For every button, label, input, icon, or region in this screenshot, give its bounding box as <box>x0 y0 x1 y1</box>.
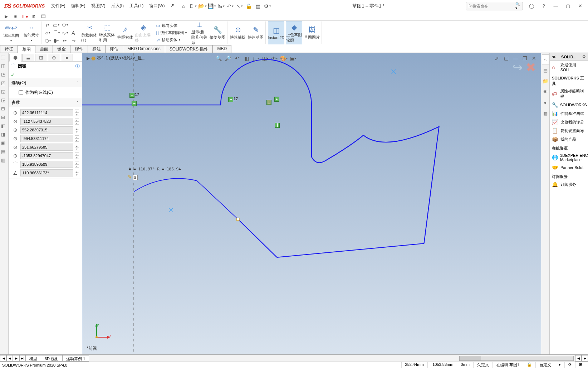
spin-down-1[interactable]: ▾ <box>75 121 79 125</box>
mirror-button[interactable]: ⇹镜向实体 <box>155 23 187 29</box>
task-tab-props[interactable]: ▦ <box>542 108 549 118</box>
task-tab-home[interactable]: ⌂ <box>542 54 549 64</box>
confirmation-corner[interactable]: ↪ ✖ <box>513 60 536 74</box>
sb-icon-13[interactable]: ▥ <box>1 158 8 164</box>
spin-up-2[interactable]: ▴ <box>75 127 79 130</box>
tab-mbd-dim[interactable]: MBD Dimensions <box>123 45 165 53</box>
task-item[interactable]: 📦我的产品 <box>550 135 588 144</box>
task-item[interactable]: 📊性能基准测试 <box>550 109 588 118</box>
circle-icon[interactable]: ○ <box>44 29 52 37</box>
view-orient-icon[interactable]: ⬚ <box>252 54 260 62</box>
spin-up-5[interactable]: ▴ <box>75 152 79 156</box>
show-relations-button[interactable]: ⟂ 显示/删除几何关系 <box>191 21 208 44</box>
status-dropdown-icon[interactable]: ▾ <box>555 362 564 368</box>
print-icon[interactable]: 🖶 <box>217 2 225 10</box>
point-icon[interactable]: • <box>61 37 69 44</box>
menu-view[interactable]: 视图(V) <box>88 3 108 9</box>
tab-sheetmetal[interactable]: 钣金 <box>53 45 70 53</box>
plane-icon[interactable]: ▱ <box>69 37 77 44</box>
status-rebuild-icon[interactable]: ⟳ <box>564 362 575 368</box>
spin-up-7[interactable]: ▴ <box>75 170 79 173</box>
spin-up-0[interactable]: ▴ <box>75 110 79 113</box>
new-icon[interactable]: 🗋 <box>189 2 197 10</box>
record-file-icon[interactable]: 🗎 <box>31 13 37 20</box>
param-input-7[interactable] <box>20 169 73 176</box>
spin-down-5[interactable]: ▾ <box>75 156 79 159</box>
arc-icon[interactable]: ⌒ <box>52 29 60 37</box>
move-entity-button[interactable]: ↗移动实体▾ <box>155 37 187 43</box>
exit-sketch-button[interactable]: ✏↩ 退出草图 ▾ <box>3 21 19 44</box>
appearance-icon[interactable]: 🎨 <box>280 54 288 62</box>
relation-badge-h1[interactable]: ━ <box>132 101 137 106</box>
construction-checkbox-row[interactable]: 作为构造线(C) <box>11 89 79 96</box>
task-tab-library[interactable]: 📁 <box>542 76 549 86</box>
property-confirm[interactable]: ✓ <box>9 71 82 78</box>
status-expand-icon[interactable]: ⊞ <box>575 362 586 368</box>
scroll-left-icon[interactable]: ◀ <box>575 355 582 362</box>
line-tool-icon[interactable]: / <box>44 21 52 29</box>
smart-dimension-button[interactable]: ↔ 智能尺寸 ▾ <box>23 21 40 44</box>
task-item[interactable]: 🤝Partner Soluti <box>550 163 588 172</box>
params-section-head[interactable]: 参数 ⌃ <box>9 98 82 107</box>
prop-tab-eye[interactable]: ⊕ <box>48 54 60 62</box>
pause-record-icon[interactable]: ⏸● <box>21 13 28 20</box>
minimize-button[interactable]: — <box>551 2 561 10</box>
horizontal-scrollbar[interactable] <box>459 356 574 361</box>
task-item[interactable]: 🏷属性标签编制程 <box>550 87 588 101</box>
menu-tools[interactable]: 工具(T) <box>127 3 146 9</box>
task-tab-view[interactable]: 👁 <box>542 87 549 97</box>
tab-evaluate[interactable]: 评估 <box>105 45 123 53</box>
search-input[interactable] <box>472 4 515 8</box>
prop-tab-feature[interactable]: ⬢ <box>9 54 21 62</box>
status-mmgs-icon[interactable]: 🔒 <box>523 362 535 368</box>
spline-icon[interactable]: ∿ <box>61 29 69 37</box>
text-icon[interactable]: A <box>69 29 77 37</box>
spin-down-4[interactable]: ▾ <box>75 147 79 150</box>
param-input-2[interactable] <box>20 126 73 134</box>
menu-insert[interactable]: 插入(I) <box>108 3 127 9</box>
tab-annotation[interactable]: 标注 <box>88 45 106 53</box>
prev-view-icon[interactable]: ↶ <box>233 54 241 62</box>
property-help-icon[interactable]: ⓘ <box>75 63 80 69</box>
sb-icon-11[interactable]: ▣ <box>1 140 8 147</box>
offset-button[interactable]: ⫽ 等距实体 <box>117 21 133 44</box>
open-icon[interactable]: 📂 <box>199 2 206 10</box>
bottom-tab-model[interactable]: 模型 <box>25 355 41 362</box>
task-item[interactable]: 🔧SOLIDWORKS <box>550 101 588 109</box>
repair-sketch-button[interactable]: 🔧 修复草图 <box>209 21 226 44</box>
zoom-fit-icon[interactable]: 🔍 <box>215 54 222 62</box>
hide-show-icon[interactable]: 👁 <box>270 54 278 62</box>
polygon-icon[interactable]: ⬡ <box>44 37 52 44</box>
task-tab-resources[interactable]: ▤ <box>542 65 549 75</box>
convert-button[interactable]: ⬚ 转换实体引用 <box>99 21 116 44</box>
param-input-3[interactable] <box>20 135 73 142</box>
relation-badge-17b[interactable]: ━ <box>228 97 233 102</box>
sb-icon-6[interactable]: ◲ <box>1 97 8 104</box>
relation-badge-v[interactable]: ┃ <box>275 123 280 128</box>
relation-badge-tangent[interactable]: ⊥ <box>266 100 271 105</box>
instant2d-button[interactable]: ◫ Instant2D <box>268 21 284 44</box>
scene-icon[interactable]: ▣ <box>289 54 297 62</box>
spin-down-0[interactable]: ▾ <box>75 113 79 116</box>
sb-icon-8[interactable]: ⊟ <box>1 115 8 121</box>
status-custom[interactable]: 自定义 <box>535 362 555 368</box>
graphics-canvas[interactable]: ▶ ⬣ 零件1 (默认<<默认>_显... 🔍 🔎 ↶ ◧ ⬚ ◫ 👁 🎨 ▣ … <box>82 53 541 354</box>
tab-feature[interactable]: 特征 <box>0 45 18 53</box>
help-icon[interactable]: ? <box>539 2 549 10</box>
undo-icon[interactable]: ↶ <box>226 2 234 10</box>
menu-edit[interactable]: 编辑(E) <box>68 3 88 9</box>
spin-up-6[interactable]: ▴ <box>75 161 79 164</box>
home-icon[interactable]: ⌂ <box>180 2 188 10</box>
trim-button[interactable]: ✂ 剪裁实体(T) <box>81 21 98 44</box>
tab-surface[interactable]: 曲面 <box>35 45 53 53</box>
param-input-6[interactable] <box>20 161 73 168</box>
tab-last-icon[interactable]: ▶| <box>19 355 26 362</box>
close-button[interactable]: ✕ <box>575 2 585 10</box>
sketch-pic-button[interactable]: 🖼 草图图片 <box>304 21 320 44</box>
param-input-1[interactable] <box>20 118 73 125</box>
param-input-0[interactable] <box>20 109 73 116</box>
tab-addins[interactable]: SOLIDWORKS 插件 <box>165 45 213 53</box>
bottom-tab-3dview[interactable]: 3D 视图 <box>41 355 63 362</box>
options-list-icon[interactable]: ▤ <box>254 2 262 10</box>
quick-snap-button[interactable]: ⊙ 快速捕捉 <box>230 21 246 44</box>
